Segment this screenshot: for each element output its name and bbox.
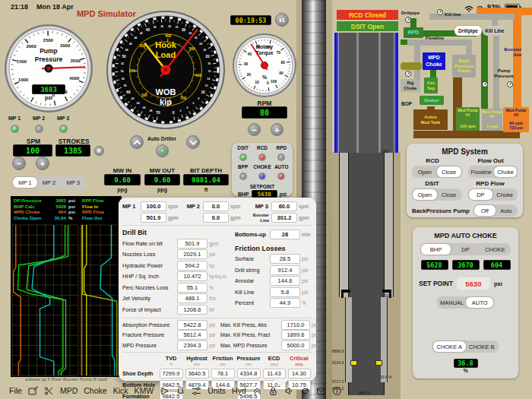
set-point-field[interactable]: 5630 — [457, 277, 490, 290]
back-pressure-pump-box[interactable]: BackPressurePump — [452, 55, 476, 78]
indicator-light — [239, 154, 247, 161]
kmw-menu[interactable]: KMW — [134, 386, 154, 395]
mpd-choke-box[interactable]: MPDChoke — [423, 52, 445, 70]
choke-menu[interactable]: Choke — [84, 386, 106, 395]
choke-a-button[interactable]: CHOKE A — [433, 341, 466, 352]
svg-text:14: 14 — [207, 78, 210, 81]
choke-valve — [401, 62, 422, 70]
rcd-close-button[interactable]: Close — [437, 166, 461, 177]
mud-pump-3-box[interactable]: Mud Pump#3 60 spm733 psi — [503, 107, 529, 132]
play-icon[interactable] — [160, 386, 169, 396]
spm-decrease-button[interactable]: − — [12, 157, 26, 170]
flow-out-toggle: Flowline Choke — [468, 166, 518, 178]
auto-driller-button[interactable] — [156, 144, 169, 157]
max-pressure-value: 5000.0 — [281, 340, 310, 350]
rpd-dp-button[interactable]: DP — [469, 189, 493, 200]
mpd-system-panel: MPD System RCD Flow Out Open Close Flowl… — [407, 144, 523, 217]
scissors-icon[interactable] — [44, 386, 54, 396]
dsit-close-button[interactable]: Close — [437, 189, 461, 200]
auto-button[interactable]: AUTO — [466, 297, 493, 308]
units-menu[interactable]: Units — [207, 386, 226, 395]
file-menu[interactable]: File — [9, 386, 22, 395]
drill-bit-value: 2029.1 — [177, 249, 207, 259]
friction-row: Kill Line5.8psi — [235, 287, 312, 298]
casing-right — [385, 153, 394, 297]
mud-pump-2-box[interactable]: Mud Pump#20 spm — [482, 109, 502, 131]
manual-button[interactable]: MANUAL — [438, 297, 466, 308]
double-chevron-up-icon[interactable] — [252, 386, 262, 396]
rcd-open-button[interactable]: Open — [413, 166, 437, 177]
dp-tab[interactable]: DP — [451, 244, 480, 255]
pressure-value: 5422.8 — [177, 320, 207, 330]
toolbar: File MPD Choke Kick KMW Units Hyd — [0, 382, 298, 399]
friction-row: Annular144.6psi — [235, 276, 312, 287]
lock-icon[interactable] — [268, 386, 278, 396]
bpp-off-button[interactable]: Off — [474, 205, 496, 216]
mpd-menu[interactable]: MPD — [60, 386, 78, 395]
speaker-icon[interactable] — [284, 386, 294, 396]
bit-depth-readout: 9881.04 — [183, 174, 229, 185]
kill-line-pill-button[interactable]: Kill Line — [483, 26, 507, 36]
mpd-system-title: MPD System — [407, 147, 523, 156]
flowline-button[interactable]: Flowline — [469, 166, 495, 177]
sim-timer: 00:19:53 — [230, 15, 271, 25]
shaker-box[interactable]: Shaker — [420, 96, 444, 105]
mp2-spm-field[interactable]: 0.0 — [203, 201, 229, 211]
mp1-spm-field[interactable]: 100.0 — [141, 201, 166, 211]
drillpipe-pill-button[interactable]: Drillpipe — [454, 26, 482, 36]
increase-wob-button[interactable] — [130, 135, 144, 149]
rpd-box[interactable]: RPD — [404, 27, 423, 38]
hyd-menu[interactable]: Hyd — [232, 386, 246, 395]
rpm-increase-button[interactable]: + — [271, 123, 283, 136]
friction-value: 28.5 — [270, 254, 300, 264]
spm-readout: 100 — [13, 144, 52, 157]
sliders-icon[interactable] — [192, 386, 201, 396]
drill-bit-row: Jet Velocity486.1ft/s — [122, 293, 229, 305]
strokes-reset-button[interactable]: R — [94, 146, 104, 156]
choke-tab[interactable]: CHOKE — [480, 244, 510, 255]
bottoms-up-row: Bottoms-up28min — [235, 229, 312, 240]
friction-losses-title: Friction Losses — [235, 245, 312, 252]
svg-text:40: 40 — [146, 28, 150, 32]
bhp-tab[interactable]: BHP — [421, 244, 451, 255]
rpd-choke-button[interactable]: Choke — [492, 189, 517, 200]
tab-mp1[interactable]: MP 1 — [13, 177, 37, 188]
mw-in-readout: 9.60 — [104, 174, 141, 185]
gas-sep-box[interactable]: GasSep — [424, 78, 438, 93]
drillpipe-gauge-icon — [405, 17, 411, 23]
depth-label-3: 9717.0 — [332, 379, 344, 384]
info-icon[interactable] — [332, 386, 342, 396]
bell-icon[interactable] — [176, 386, 185, 396]
pump-pressure-gauge-icon-1 — [482, 81, 488, 87]
spm-increase-button[interactable]: + — [36, 157, 49, 170]
kick-menu[interactable]: Kick — [113, 386, 128, 395]
dsit-open-button[interactable]: Open — [413, 189, 437, 200]
mud-pump-1-box[interactable]: Mud Pump#1100 spm — [456, 107, 480, 131]
envelope-icon[interactable] — [316, 386, 326, 396]
compose-icon[interactable] — [28, 386, 38, 396]
pump-led: MP 3 — [55, 116, 71, 136]
speed-button[interactable]: x1 — [275, 13, 289, 27]
mp3-spm-field[interactable]: 60.0 — [271, 201, 297, 211]
active-mud-tank-box[interactable]: ActiveMud Tank — [413, 109, 448, 130]
auto-choke-mode-tabs: BHP DP CHOKE — [420, 243, 511, 255]
sync-icon[interactable] — [300, 386, 310, 396]
setpoint-label: SETPOINT — [232, 184, 293, 189]
pressure-limits-row: MPD Pressure2394.3psi Max. MPD Pressure5… — [122, 340, 312, 351]
decrease-wob-button[interactable] — [186, 135, 200, 149]
tab-mp2[interactable]: MP 2 — [37, 177, 62, 188]
rcd-status-banner: RCD Closed — [337, 10, 398, 20]
rpm-decrease-button[interactable]: − — [248, 123, 261, 136]
legend-row: DP Pressure3683psi — [12, 198, 79, 204]
bpp-auto-button[interactable]: Auto — [496, 205, 517, 216]
tab-mp3[interactable]: MP 3 — [61, 177, 85, 188]
svg-text:24: 24 — [199, 43, 202, 46]
flow-out-choke-button[interactable]: Choke — [494, 166, 517, 177]
rig-choke-box[interactable]: RigChoke — [401, 79, 420, 92]
pressure-value: 5612.4 — [177, 330, 207, 340]
svg-text:48: 48 — [125, 49, 128, 52]
friction-row: Percent44.9% — [235, 298, 312, 309]
drill-bit-row: Nozzles Loss2029.1psi — [122, 249, 229, 261]
svg-text:44: 44 — [134, 36, 137, 40]
choke-b-button[interactable]: CHOKE B — [466, 341, 499, 352]
